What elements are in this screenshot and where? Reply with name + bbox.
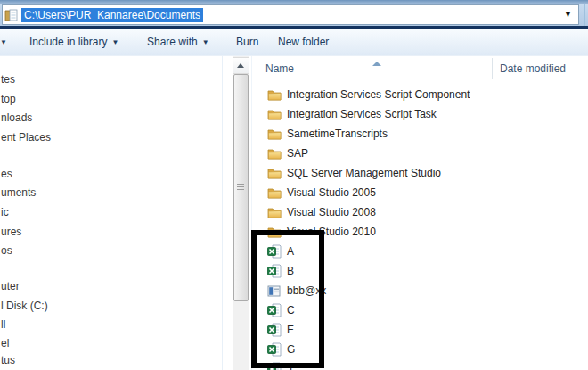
scroll-thumb-grip [237,184,244,185]
file-row[interactable]: Integration Services Script Component 1/… [251,86,588,105]
folder-icon [267,205,282,219]
address-bar[interactable]: C:\Users\PUR_Kannaree\Documents ▼ [2,4,579,25]
file-name: Visual Studio 2008 [287,206,376,218]
sidebar-item-favorites[interactable]: tes [1,73,15,86]
address-dropdown-button[interactable]: ▼ [564,10,572,19]
explorer-window: C:\Users\PUR_Kannaree\Documents ▼ ▼ Incl… [0,0,588,370]
folder-icon [267,87,282,102]
header-separator [492,58,493,79]
sidebar-item-pictures[interactable]: ures [1,226,21,239]
file-name: Visual Studio 2005 [287,186,376,199]
sidebar-item-recent-places[interactable]: ent Places [1,131,51,144]
include-in-library-button[interactable]: Include in library▼ [29,29,118,55]
sidebar-item-computer[interactable]: uter [1,280,20,293]
address-path-selected-text[interactable]: C:\Users\PUR_Kannaree\Documents [21,8,203,22]
scroll-up-button[interactable] [233,57,249,74]
folder-icon [267,166,282,180]
folder-icon [267,185,282,200]
address-folder-icon [4,8,19,22]
sidebar-item-drive-2[interactable]: el [1,337,9,350]
include-in-library-label: Include in library [29,36,107,48]
nav-scrollbar[interactable] [233,56,249,370]
file-row[interactable]: SAP 18/4/2560 14:43 [251,144,588,164]
burn-button[interactable]: Burn [236,29,258,55]
sort-ascending-indicator [372,62,381,66]
file-name: SametimeTranscripts [287,127,388,140]
file-row[interactable]: Integration Services Script Task 1/6/256… [251,105,588,125]
organize-menu-partial-caret[interactable]: ▼ [0,29,7,55]
window-right-border [584,4,585,26]
file-row[interactable]: SQL Server Management Studio 12/6/2560 1… [251,164,588,184]
sidebar-item-drive-1[interactable]: ll [1,318,5,332]
file-name: SAP [287,147,308,160]
new-folder-button[interactable]: New folder [278,29,329,55]
folder-icon [267,127,282,141]
sidebar-item-libraries[interactable]: es [1,168,12,181]
folder-icon [267,107,282,121]
sidebar-item-drive-3[interactable]: tus [1,354,15,367]
scroll-thumb[interactable] [233,74,249,301]
file-row[interactable]: Visual Studio 2008 2/6/2560 9:30 [251,203,588,223]
pane-divider [222,56,223,370]
explorer-content: tes top nloads ent Places es uments ic u… [0,55,588,370]
sidebar-item-videos[interactable]: os [1,244,12,258]
share-with-caret-icon: ▼ [202,38,209,46]
file-row[interactable]: Visual Studio 2005 1/6/2560 10:46 [251,184,588,203]
share-with-label: Share with [147,36,198,48]
folder-icon [267,146,282,160]
sidebar-item-documents[interactable]: uments [1,186,36,200]
file-row[interactable]: SametimeTranscripts 19/4/2560 15:57 [251,125,588,144]
sidebar-item-music[interactable]: ic [1,206,9,219]
scroll-up-arrow-icon [237,63,244,68]
sidebar-item-local-disk-c[interactable]: l Disk (C:) [1,300,48,313]
command-toolbar: ▼ Include in library▼ Share with▼ Burn N… [0,29,588,56]
file-name: Integration Services Script Component [287,88,470,101]
file-name: SQL Server Management Studio [287,167,441,179]
column-header-name[interactable]: Name [265,56,294,81]
column-header-date-modified[interactable]: Date modified [500,56,566,81]
sidebar-item-downloads[interactable]: nloads [1,111,32,125]
address-bar-chrome: C:\Users\PUR_Kannaree\Documents ▼ [0,4,588,26]
share-with-button[interactable]: Share with▼ [147,29,209,55]
file-name: Integration Services Script Task [287,108,437,120]
header-separator [584,58,584,79]
sidebar-item-desktop[interactable]: top [1,93,16,106]
include-in-library-caret-icon: ▼ [111,38,118,46]
annotation-rectangle [251,230,324,368]
